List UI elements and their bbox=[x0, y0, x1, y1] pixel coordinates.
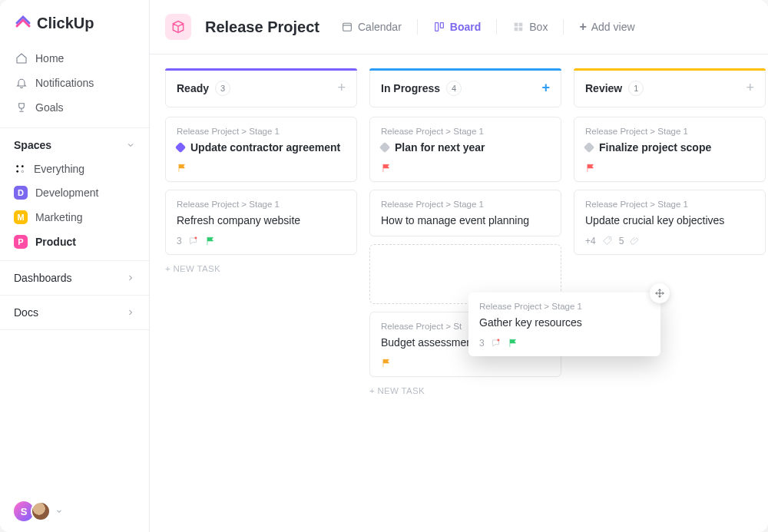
brand-logo[interactable]: ClickUp bbox=[0, 0, 149, 43]
chevron-right-icon bbox=[126, 273, 135, 283]
column-count: 1 bbox=[628, 81, 644, 96]
task-card[interactable]: Release Project > Stage 1 Update contrac… bbox=[165, 117, 357, 182]
view-calendar[interactable]: Calendar bbox=[339, 18, 403, 36]
column-title: In Progress bbox=[381, 82, 440, 94]
space-badge: P bbox=[14, 235, 28, 249]
primary-nav: Home Notifications Goals bbox=[0, 43, 149, 123]
tag-icon bbox=[602, 236, 613, 246]
sidebar-item-label: Docs bbox=[14, 306, 38, 319]
kanban-board[interactable]: Ready 3 + Release Project > Stage 1 Upda… bbox=[150, 55, 768, 532]
divider bbox=[417, 19, 418, 35]
add-view-button[interactable]: + Add view bbox=[578, 17, 636, 37]
breadcrumb: Release Project > Stage 1 bbox=[585, 200, 754, 209]
nav-home[interactable]: Home bbox=[6, 46, 143, 71]
column-header[interactable]: In Progress 4 + bbox=[369, 68, 561, 107]
flag-icon bbox=[205, 236, 216, 246]
svg-point-0 bbox=[16, 165, 18, 167]
brand-name: ClickUp bbox=[37, 15, 94, 32]
flag-icon bbox=[177, 163, 187, 173]
task-card[interactable]: Release Project > Stage 1 How to manage … bbox=[369, 190, 561, 236]
box-icon bbox=[512, 21, 525, 33]
project-icon bbox=[165, 14, 191, 40]
svg-rect-8 bbox=[519, 23, 523, 27]
nav-notifications[interactable]: Notifications bbox=[6, 71, 143, 95]
column-add-icon[interactable]: + bbox=[337, 80, 346, 96]
card-title: Finalize project scope bbox=[585, 140, 754, 155]
chevron-down-icon bbox=[126, 140, 135, 150]
breadcrumb: Release Project > Stage 1 bbox=[381, 127, 550, 136]
comment-count: 3 bbox=[479, 338, 485, 349]
sidebar-item-docs[interactable]: Docs bbox=[0, 296, 149, 330]
column-add-icon[interactable]: + bbox=[746, 80, 754, 96]
spaces-header[interactable]: Spaces bbox=[0, 127, 149, 157]
space-badge: D bbox=[14, 186, 28, 200]
flag-icon bbox=[508, 338, 518, 349]
sidebar-item-everything[interactable]: Everything bbox=[0, 157, 149, 180]
move-icon bbox=[650, 283, 670, 303]
nav-goals[interactable]: Goals bbox=[6, 95, 143, 120]
priority-diamond-icon bbox=[584, 142, 594, 153]
svg-point-2 bbox=[16, 170, 18, 173]
attachment-count: 5 bbox=[619, 236, 624, 246]
task-card[interactable]: Release Project > Stage 1 Update crucial… bbox=[574, 190, 766, 255]
divider bbox=[496, 19, 497, 35]
card-title-text: Finalize project scope bbox=[599, 140, 711, 155]
card-title: Refresh company website bbox=[177, 213, 346, 228]
task-card[interactable]: Release Project > Stage 1 Finalize proje… bbox=[574, 117, 766, 182]
svg-point-13 bbox=[497, 339, 499, 341]
column-header[interactable]: Review 1 + bbox=[574, 68, 766, 107]
card-title-text: How to manage event planning bbox=[381, 213, 529, 228]
sidebar-item-label: Development bbox=[35, 187, 99, 199]
svg-point-12 bbox=[608, 238, 610, 240]
sidebar-item-label: Everything bbox=[34, 163, 84, 175]
cube-icon bbox=[170, 19, 186, 35]
card-meta: 3 bbox=[479, 338, 650, 349]
sidebar-item-development[interactable]: D Development bbox=[0, 180, 149, 205]
avatar bbox=[31, 501, 51, 521]
task-card[interactable]: Release Project > Stage 1 Refresh compan… bbox=[165, 190, 357, 255]
main-area: Release Project Calendar Board Box + Add… bbox=[150, 0, 768, 532]
column-count: 4 bbox=[446, 81, 462, 96]
card-meta: 3 bbox=[177, 236, 346, 246]
app-window: ClickUp Home Notifications Goals Spaces … bbox=[0, 0, 768, 532]
topbar: Release Project Calendar Board Box + Add… bbox=[150, 0, 768, 55]
view-label: Calendar bbox=[358, 21, 402, 33]
view-box[interactable]: Box bbox=[511, 18, 549, 36]
task-card[interactable]: Release Project > Stage 1 Plan for next … bbox=[369, 117, 561, 182]
sidebar: ClickUp Home Notifications Goals Spaces … bbox=[0, 0, 150, 532]
card-title: Gather key resources bbox=[479, 316, 650, 330]
view-label: Box bbox=[529, 21, 548, 33]
svg-point-11 bbox=[194, 236, 197, 239]
comment-icon bbox=[491, 338, 502, 349]
sidebar-item-marketing[interactable]: M Marketing bbox=[0, 205, 149, 230]
card-title-text: Update crucial key objectives bbox=[585, 213, 724, 228]
view-board[interactable]: Board bbox=[432, 18, 482, 36]
user-avatar-row[interactable]: S bbox=[0, 491, 149, 532]
card-title-text: Update contractor agreement bbox=[190, 140, 340, 155]
add-view-label: Add view bbox=[591, 21, 635, 33]
flag-icon bbox=[381, 358, 392, 368]
card-meta bbox=[585, 163, 754, 173]
svg-rect-10 bbox=[519, 28, 523, 31]
breadcrumb: Release Project > Stage 1 bbox=[177, 200, 346, 209]
new-task-button[interactable]: + NEW TASK bbox=[369, 386, 561, 395]
card-meta bbox=[381, 163, 550, 173]
sidebar-item-dashboards[interactable]: Dashboards bbox=[0, 261, 149, 296]
svg-rect-5 bbox=[435, 23, 438, 31]
project-title: Release Project bbox=[205, 18, 319, 36]
board-icon bbox=[433, 21, 445, 33]
card-list: Release Project > Stage 1 Finalize proje… bbox=[574, 117, 766, 255]
dragging-card[interactable]: Release Project > Stage 1 Gather key res… bbox=[468, 292, 660, 356]
calendar-icon bbox=[341, 21, 353, 33]
sidebar-item-product[interactable]: P Product bbox=[0, 230, 149, 254]
breadcrumb: Release Project > Stage 1 bbox=[479, 302, 650, 311]
card-title: Update crucial key objectives bbox=[585, 213, 754, 228]
comment-icon bbox=[188, 236, 199, 246]
svg-rect-4 bbox=[343, 23, 352, 31]
new-task-button[interactable]: + NEW TASK bbox=[165, 264, 357, 273]
card-title-text: Plan for next year bbox=[395, 140, 485, 155]
board-column-ready: Ready 3 + Release Project > Stage 1 Upda… bbox=[165, 68, 357, 518]
clickup-logo-icon bbox=[14, 14, 32, 32]
column-header[interactable]: Ready 3 + bbox=[165, 68, 357, 107]
column-add-icon[interactable]: + bbox=[541, 80, 550, 96]
